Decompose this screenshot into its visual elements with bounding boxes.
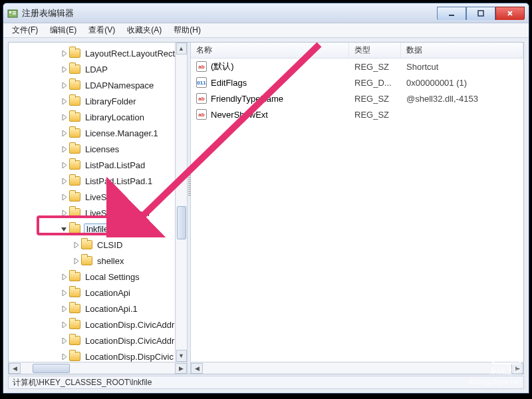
tree-node-label: shellex	[96, 256, 125, 266]
tree-node-label: LocationDisp.DispCivic	[84, 352, 175, 362]
menu-help[interactable]: 帮助(H)	[168, 23, 207, 37]
status-path: 计算机\HKEY_CLASSES_ROOT\lnkfile	[13, 377, 152, 388]
expander-closed-icon[interactable]	[61, 130, 68, 137]
values-list[interactable]: ab(默认)REG_SZShortcut011EditFlagsREG_D...…	[191, 59, 523, 122]
expander-closed-icon[interactable]	[61, 209, 68, 217]
value-row[interactable]: abNeverShowExtREG_SZ	[191, 106, 523, 122]
scroll-up-button[interactable]: ▲	[176, 43, 187, 55]
tree-node[interactable]: CLSID	[9, 237, 187, 253]
tree-vertical-scrollbar[interactable]: ▲ ▼	[175, 43, 187, 362]
expander-closed-icon[interactable]	[61, 146, 68, 153]
expander-closed-icon[interactable]	[61, 162, 68, 169]
folder-icon	[69, 304, 80, 313]
scroll-track[interactable]	[176, 55, 187, 350]
expander-closed-icon[interactable]	[61, 289, 68, 297]
scroll-down-button[interactable]: ▼	[176, 350, 187, 362]
tree-node[interactable]: LocationDisp.CivicAddr	[9, 317, 187, 332]
scroll-track[interactable]	[203, 363, 511, 374]
folder-icon	[69, 288, 80, 297]
value-name: NeverShowExt	[211, 110, 268, 120]
close-button[interactable]	[495, 7, 525, 20]
column-headers[interactable]: 名称 类型 数据	[191, 43, 523, 59]
scroll-left-button[interactable]: ◀	[9, 363, 21, 374]
value-data: @shell32.dll,-4153	[401, 94, 523, 104]
tree-node[interactable]: shellex	[9, 253, 187, 269]
expander-closed-icon[interactable]	[61, 66, 68, 73]
folder-icon	[69, 272, 80, 281]
tree-node-label: ListPad.ListPad	[84, 160, 146, 170]
expander-closed-icon[interactable]	[61, 82, 68, 89]
tree-node[interactable]: LDAP	[9, 61, 187, 77]
expander-closed-icon[interactable]	[61, 194, 68, 201]
tree-node[interactable]: LibraryFolder	[9, 93, 187, 109]
folder-icon	[69, 352, 80, 361]
menu-bar: 文件(F) 编辑(E) 查看(V) 收藏夹(A) 帮助(H)	[3, 23, 529, 38]
tree-node[interactable]: LocationApi	[9, 285, 187, 301]
expander-closed-icon[interactable]	[72, 241, 80, 249]
folder-icon	[81, 240, 92, 249]
value-type: REG_SZ	[349, 110, 401, 120]
value-name: (默认)	[211, 61, 234, 72]
tree-node[interactable]: ListPad.ListPad.1	[9, 173, 187, 189]
tree-node[interactable]: LocationDisp.DispCivic	[9, 348, 187, 362]
tree-node[interactable]: LayoutRect.LayoutRect	[9, 45, 187, 61]
expander-closed-icon[interactable]	[61, 114, 68, 121]
menu-file[interactable]: 文件(F)	[6, 23, 44, 37]
folder-icon	[69, 49, 80, 58]
column-name[interactable]: 名称	[191, 43, 349, 58]
status-bar: 计算机\HKEY_CLASSES_ROOT\lnkfile	[8, 376, 524, 389]
maximize-button[interactable]	[466, 7, 495, 20]
minimize-button[interactable]	[437, 7, 466, 20]
tree-pane: LayoutRect.LayoutRectLDAPLDAPNamespaceLi…	[9, 43, 187, 374]
tree-node[interactable]: LocationApi.1	[9, 301, 187, 317]
scroll-thumb[interactable]	[177, 206, 186, 239]
tree-node[interactable]: License.Manager.1	[9, 125, 187, 141]
registry-tree[interactable]: LayoutRect.LayoutRectLDAPLDAPNamespaceLi…	[9, 43, 187, 362]
expander-open-icon[interactable]	[61, 225, 68, 233]
tree-node[interactable]: LiveScript	[9, 189, 187, 205]
expander-closed-icon[interactable]	[61, 98, 68, 105]
expander-closed-icon[interactable]	[61, 337, 68, 344]
value-row[interactable]: ab(默认)REG_SZShortcut	[191, 59, 523, 74]
tree-node-label: License.Manager.1	[84, 128, 160, 138]
expander-closed-icon[interactable]	[61, 353, 68, 360]
value-row[interactable]: 011EditFlagsREG_D...0x00000001 (1)	[191, 74, 523, 90]
expander-closed-icon[interactable]	[61, 321, 68, 329]
folder-icon	[69, 192, 80, 201]
menu-view[interactable]: 查看(V)	[82, 23, 121, 37]
svg-rect-3	[13, 13, 16, 15]
tree-node-label: LocationDisp.CivicAddr	[84, 336, 176, 346]
tree-node[interactable]: ListPad.ListPad	[9, 157, 187, 173]
expander-closed-icon[interactable]	[61, 178, 68, 185]
list-horizontal-scrollbar[interactable]: ◀ ▶	[191, 362, 523, 374]
expander-closed-icon[interactable]	[61, 305, 68, 313]
folder-icon	[69, 160, 80, 170]
folder-icon	[69, 208, 80, 217]
title-bar[interactable]: 注册表编辑器	[3, 3, 529, 23]
column-data[interactable]: 数据	[401, 43, 523, 58]
folder-icon	[69, 320, 80, 329]
expander-closed-icon[interactable]	[61, 50, 68, 57]
tree-node[interactable]: LocationDisp.CivicAddr	[9, 332, 187, 348]
scroll-right-button[interactable]: ▶	[511, 363, 523, 374]
scroll-thumb[interactable]	[33, 364, 70, 373]
menu-edit[interactable]: 编辑(E)	[44, 23, 82, 37]
tree-node[interactable]: LDAPNamespace	[9, 77, 187, 93]
window-title: 注册表编辑器	[22, 7, 437, 19]
folder-icon	[69, 96, 80, 106]
tree-node[interactable]: Local Settings	[9, 269, 187, 285]
column-type[interactable]: 类型	[349, 43, 401, 58]
scroll-right-button[interactable]: ▶	[175, 363, 187, 374]
tree-node[interactable]: LiveScript Author	[9, 205, 187, 221]
tree-node[interactable]: Licenses	[9, 141, 187, 157]
tree-node[interactable]: LibraryLocation	[9, 109, 187, 125]
scroll-left-button[interactable]: ◀	[191, 363, 203, 374]
tree-horizontal-scrollbar[interactable]: ◀ ▶	[9, 362, 187, 374]
expander-closed-icon[interactable]	[61, 273, 68, 281]
folder-icon	[81, 256, 92, 265]
tree-node[interactable]: lnkfile	[9, 221, 187, 237]
expander-closed-icon[interactable]	[72, 257, 80, 265]
value-row[interactable]: abFriendlyTypeNameREG_SZ@shell32.dll,-41…	[191, 90, 523, 106]
scroll-track[interactable]	[21, 363, 175, 374]
menu-fav[interactable]: 收藏夹(A)	[121, 23, 168, 37]
